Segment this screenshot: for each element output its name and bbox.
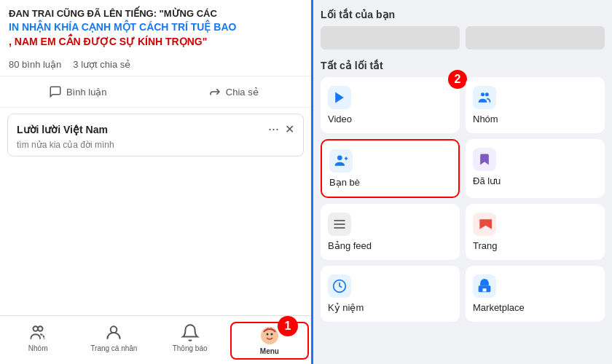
shortcut-pages[interactable]: Trang [466,204,605,260]
notif-close-button[interactable]: ✕ [285,122,294,136]
svg-point-5 [270,333,272,336]
left-panel: ĐAN TRAI CŨNG ĐÃ LÊN TIẾNG: "MỪNG CÁC IN… [0,0,313,364]
shortcuts-title: Lối tắt của bạn [321,9,605,20]
notif-subtitle: tìm nửa kia của đời mình [8,140,303,156]
shortcut-ph-1 [321,26,460,50]
svg-point-7 [481,92,484,96]
shortcut-marketplace[interactable]: Marketplace [466,266,605,322]
feed-label: Bảng feed [328,240,372,251]
nav-groups[interactable]: Nhóm [0,320,76,361]
svg-marker-6 [335,92,344,103]
video-label: Video [328,114,352,124]
friends-label: Bạn bè [329,177,360,188]
saved-label: Đã lưu [473,175,501,186]
nav-notifications-label: Thông báo [173,344,208,352]
comment-icon [49,85,62,98]
svg-point-4 [266,333,268,336]
all-shortcuts-title: Tất cả lối tắt [321,60,605,71]
comments-count: 80 bình luận [9,59,61,70]
shortcut-memories[interactable]: Kỷ niệm [321,266,460,322]
groups-icon [473,86,496,109]
notif-header: Lười lười Việt Nam ··· ✕ [8,114,303,140]
shares-count: 3 lượt chia sẻ [73,59,130,70]
nav-profile[interactable]: Trang cá nhân [76,320,152,361]
notif-more-button[interactable]: ··· [268,122,279,137]
svg-point-1 [38,326,43,331]
svg-point-2 [111,326,117,333]
friends-icon [329,149,353,173]
pages-icon [473,213,496,236]
memories-label: Kỷ niệm [328,302,364,313]
notif-title: Lười lười Việt Nam [17,124,108,135]
bottom-nav: Nhóm Trang cá nhân Thô [0,315,311,364]
right-panel: Lối tắt của bạn Tất cả lối tắt 2VideoNhó… [313,0,612,364]
shortcut-saved[interactable]: Đã lưu [466,139,605,198]
shortcut-friends[interactable]: Bạn bè [321,139,460,198]
saved-icon [473,148,496,171]
profile-nav-icon [104,323,123,342]
video-icon [328,86,351,109]
shortcuts-grid: 2VideoNhómBạn bèĐã lưuBảng feedTrangKỷ n… [321,77,605,322]
notification-box: Lười lười Việt Nam ··· ✕ tìm nửa kia của… [7,114,304,157]
shortcut-feed[interactable]: Bảng feed [321,204,460,260]
feed-icon [328,213,351,236]
marketplace-label: Marketplace [473,302,525,313]
share-icon [208,85,221,98]
post-stats: 80 bình luận 3 lượt chia sẻ [0,53,311,76]
nav-groups-label: Nhóm [28,344,48,352]
shortcut-groups[interactable]: Nhóm [466,77,605,133]
step1-badge: 1 [278,316,298,336]
post-text-block: ĐAN TRAI CŨNG ĐÃ LÊN TIẾNG: "MỪNG CÁC IN… [0,0,311,53]
nav-notifications[interactable]: Thông báo [152,320,228,361]
nav-profile-label: Trang cá nhân [90,344,137,352]
shortcuts-placeholder [321,26,605,50]
step2-badge: 2 [448,70,467,89]
svg-rect-18 [483,288,487,291]
notif-controls: ··· ✕ [268,122,294,137]
menu-nav-icon [260,326,279,345]
nav-menu-label: Menu [260,347,279,355]
groups-label: Nhóm [473,114,498,124]
svg-point-9 [337,156,342,161]
post-headline: ĐAN TRAI CŨNG ĐÃ LÊN TIẾNG: "MỪNG CÁC IN… [9,7,302,49]
notifications-nav-icon [181,323,200,342]
marketplace-icon [473,274,496,298]
share-button[interactable]: Chia sẻ [156,79,312,104]
shortcut-ph-2 [466,26,605,50]
shortcut-video[interactable]: 2Video [321,77,460,133]
groups-nav-icon [28,323,47,342]
memories-icon [328,274,351,298]
post-area: ĐAN TRAI CŨNG ĐÃ LÊN TIẾNG: "MỪNG CÁC IN… [0,0,311,315]
svg-marker-15 [479,219,492,229]
comment-button[interactable]: Bình luận [0,79,156,104]
pages-label: Trang [473,240,497,251]
svg-point-8 [485,92,489,96]
post-actions: Bình luận Chia sẻ [0,76,311,108]
